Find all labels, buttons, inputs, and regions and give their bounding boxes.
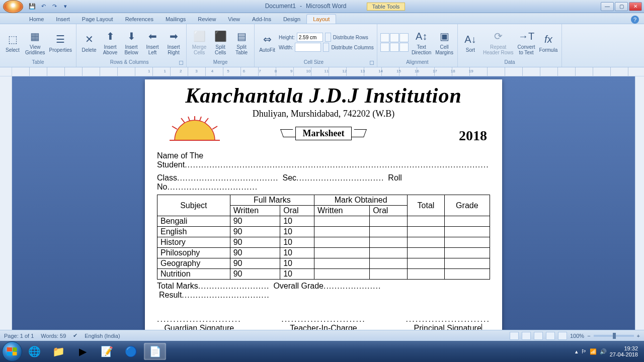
insert-below-button[interactable]: ⬇Insert Below (122, 28, 141, 56)
svg-line-5 (188, 117, 190, 121)
proofing-icon[interactable]: ✔ (73, 332, 77, 339)
volume-icon[interactable]: 🔊 (600, 348, 607, 355)
group-label-rows-cols: Rows & Columns (79, 59, 179, 66)
tab-addins[interactable]: Add-Ins (246, 15, 277, 24)
select-button[interactable]: ⬚Select (3, 31, 22, 54)
view-gridlines-button[interactable]: ▦View Gridlines (24, 28, 46, 56)
print-layout-view-button[interactable] (510, 332, 519, 340)
split-table-button[interactable]: ▤Split Table (232, 28, 251, 56)
ribbon: ⬚Select ▦View Gridlines ☰Properties Tabl… (0, 24, 644, 67)
language-indicator[interactable]: English (India) (85, 333, 120, 339)
maximize-button[interactable]: ▢ (615, 2, 628, 11)
dialog-launcher-icon[interactable] (179, 61, 183, 65)
doc-title: Kanchantala J.D.J Institution (157, 83, 490, 108)
tab-layout[interactable]: Layout (306, 14, 336, 24)
svg-line-1 (181, 118, 185, 123)
marks-table[interactable]: Subject Full Marks Mark Obtained Total G… (157, 195, 490, 280)
clock-time: 19:32 (610, 345, 638, 351)
distribute-cols-button[interactable]: Distribute Columns (331, 45, 373, 50)
page[interactable]: Kanchantala J.D.J Institution Dhuliyan, … (145, 79, 502, 338)
banner-label: Marksheet (295, 127, 352, 140)
table-row: Bengali9010 (157, 216, 490, 227)
undo-icon[interactable]: ↶ (39, 3, 47, 11)
text-direction-button[interactable]: A↕Text Direction (411, 28, 432, 56)
outline-view-button[interactable] (546, 332, 555, 340)
height-input[interactable] (297, 33, 323, 42)
tab-page-layout[interactable]: Page Layout (76, 15, 119, 24)
vertical-scrollbar[interactable] (635, 76, 644, 338)
tab-design[interactable]: Design (277, 15, 306, 24)
zoom-out-button[interactable]: − (587, 333, 590, 339)
properties-button[interactable]: ☰Properties (48, 31, 73, 54)
tab-mailings[interactable]: Mailings (159, 15, 192, 24)
start-button[interactable] (2, 341, 22, 361)
horizontal-ruler[interactable]: 112345678910111213141516171819 (0, 67, 644, 76)
quick-access-toolbar: 💾 ↶ ↷ ▾ (28, 3, 69, 11)
width-spinner[interactable] (323, 43, 329, 52)
convert-text-button[interactable]: →TConvert to Text (517, 28, 536, 56)
page-indicator[interactable]: Page: 1 of 1 (4, 333, 34, 339)
save-icon[interactable]: 💾 (28, 3, 36, 11)
sort-button[interactable]: A↓Sort (461, 31, 480, 54)
table-row: History9010 (157, 237, 490, 248)
zoom-level[interactable]: 100% (570, 333, 584, 339)
dialog-launcher-icon[interactable] (370, 61, 374, 65)
word-icon[interactable]: 📄 (144, 343, 166, 360)
office-button[interactable] (3, 0, 23, 13)
svg-line-4 (212, 126, 217, 129)
sun-logo-icon (167, 115, 222, 145)
action-center-icon[interactable]: 🏳 (581, 348, 587, 354)
explorer-icon[interactable]: 📁 (47, 343, 69, 360)
alignment-grid[interactable] (380, 33, 409, 52)
svg-line-6 (200, 117, 201, 121)
tab-view[interactable]: View (222, 15, 246, 24)
redo-icon[interactable]: ↷ (50, 3, 58, 11)
formula-button[interactable]: fxFormula (538, 31, 559, 54)
ribbon-tabs: Home Insert Page Layout References Maili… (0, 13, 644, 24)
tab-review[interactable]: Review (192, 15, 222, 24)
group-label-alignment: Alignment (380, 59, 454, 66)
table-row: English9010 (157, 227, 490, 237)
close-button[interactable]: ✕ (629, 2, 642, 11)
minimize-button[interactable]: — (601, 2, 614, 11)
qat-dropdown-icon[interactable]: ▾ (61, 3, 69, 11)
table-row: Philosophy9010 (157, 248, 490, 258)
tab-home[interactable]: Home (23, 15, 50, 24)
draft-view-button[interactable] (558, 332, 567, 340)
system-tray[interactable]: ▴ 🏳 📶 🔊 19:32 27-04-2018 (575, 345, 642, 357)
help-icon[interactable]: ? (631, 16, 639, 24)
word-count[interactable]: Words: 59 (41, 333, 66, 339)
vertical-ruler[interactable] (0, 76, 12, 338)
document-area: Kanchantala J.D.J Institution Dhuliyan, … (0, 76, 644, 338)
group-label-table: Table (3, 59, 73, 66)
insert-right-button[interactable]: ➡Insert Right (164, 28, 183, 56)
width-input[interactable] (295, 43, 321, 52)
zoom-in-button[interactable]: + (637, 333, 640, 339)
insert-left-button[interactable]: ⬅Insert Left (143, 28, 162, 56)
tab-references[interactable]: References (119, 15, 159, 24)
delete-button[interactable]: ✕Delete (79, 31, 99, 54)
zoom-slider[interactable] (594, 335, 634, 337)
ie-icon[interactable]: 🌐 (23, 343, 45, 360)
media-player-icon[interactable]: ▶ (71, 343, 94, 360)
document-name: Document1 (265, 3, 296, 11)
height-spinner[interactable] (325, 33, 331, 42)
distribute-rows-button[interactable]: Distribute Rows (333, 35, 368, 40)
split-cells-button[interactable]: ⬛Split Cells (211, 28, 230, 56)
width-label: Width: (279, 45, 293, 50)
web-layout-view-button[interactable] (534, 332, 543, 340)
chrome-icon[interactable]: 🔵 (120, 343, 142, 360)
cell-margins-button[interactable]: ▣Cell Margins (434, 28, 454, 56)
group-label-cell-size: Cell Size (258, 59, 370, 66)
table-row: Geography9010 (157, 258, 490, 269)
taskbar: 🌐 📁 ▶ 📝 🔵 📄 ▴ 🏳 📶 🔊 19:32 27-04-2018 (0, 341, 644, 362)
network-icon[interactable]: 📶 (590, 348, 597, 355)
notepad-icon[interactable]: 📝 (96, 343, 118, 360)
autofit-button[interactable]: ⇔AutoFit (258, 31, 277, 54)
clock-date: 27-04-2018 (610, 351, 638, 357)
tray-chevron-icon[interactable]: ▴ (575, 348, 578, 355)
insert-above-button[interactable]: ⬆Insert Above (101, 28, 120, 56)
full-screen-view-button[interactable] (522, 332, 531, 340)
tab-insert[interactable]: Insert (50, 15, 76, 24)
table-row: Nutrition9010 (157, 269, 490, 280)
